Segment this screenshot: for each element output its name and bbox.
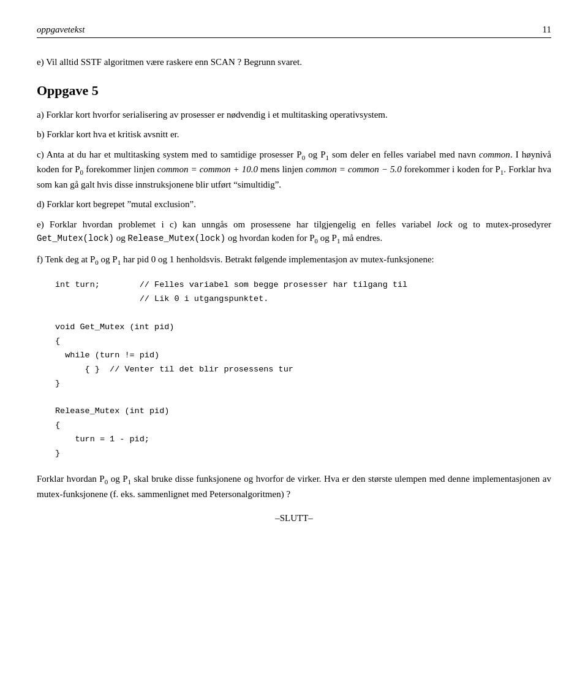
header-page-num: 11 xyxy=(543,25,551,35)
part-c1-mid: og P xyxy=(305,150,325,159)
page-header: oppgavetekst 11 xyxy=(37,25,551,38)
part-f: f) Tenk deg at P0 og P1 har pid 0 og 1 h… xyxy=(37,253,551,268)
part-a: a) Forklar kort hvorfor serialisering av… xyxy=(37,108,551,122)
header-title: oppgavetekst xyxy=(37,25,85,35)
part-c1-end: som deler en felles variabel med navn xyxy=(329,150,479,159)
intro-question-text: e) Vil alltid SSTF algoritmen være raske… xyxy=(37,55,551,69)
part-d: d) Forklar kort begrepet ”mutal exclusio… xyxy=(37,197,551,211)
part-f3: Forklar hvordan P0 og P1 skal bruke diss… xyxy=(37,472,551,501)
slutt: –SLUTT– xyxy=(37,513,551,523)
code-block: int turn; // Felles variabel som begge p… xyxy=(55,278,551,461)
part-c1-common: common xyxy=(479,150,510,159)
part-c: c) Anta at du har et multitasking system… xyxy=(37,148,551,192)
part-e: e) Forklar hvordan problemet i c) kan un… xyxy=(37,218,551,246)
part-c1-end2: . xyxy=(510,150,513,159)
intro-question: e) Vil alltid SSTF algoritmen være raske… xyxy=(37,55,551,69)
part-c1-text: c) Anta at du har et multitasking system… xyxy=(37,150,302,159)
oppgave5-title: Oppgave 5 xyxy=(37,80,551,101)
part-b: b) Forklar kort hva et kritisk avsnitt e… xyxy=(37,127,551,142)
oppgave5-section: Oppgave 5 a) Forklar kort hvorfor serial… xyxy=(37,80,551,501)
